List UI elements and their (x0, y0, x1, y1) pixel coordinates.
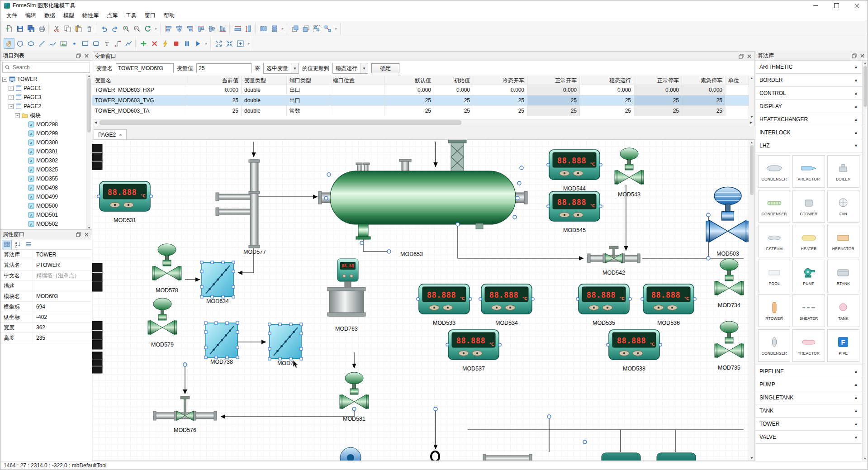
align-top-button[interactable] (195, 23, 206, 34)
table-row-TOWER_MOD603_TVG[interactable]: TOWER_MOD603_TVG25double出口25252525252525… (92, 95, 754, 106)
align-right-button[interactable] (185, 23, 195, 34)
tree-expander[interactable]: − (9, 104, 14, 109)
list-view-button[interactable] (24, 240, 33, 249)
scroll-left-icon[interactable]: ◀ (92, 119, 99, 126)
float-panel-icon[interactable] (738, 53, 744, 59)
lib-item-TREACTOR[interactable]: TREACTOR (792, 329, 825, 362)
lib-item-POOL[interactable]: POOL (758, 260, 790, 292)
save-button[interactable] (14, 23, 25, 34)
selection-handle[interactable] (387, 250, 391, 253)
float-panel-icon[interactable] (75, 232, 81, 238)
display-MOD538[interactable]: 88.888 ℃ (607, 330, 662, 360)
lib-section-DISPLAY[interactable]: DISPLAY▲ (755, 100, 862, 113)
bring-front-button[interactable] (289, 23, 300, 34)
tree-item-PAGE3[interactable]: +PAGE3 (0, 93, 92, 102)
lib-section-TANK[interactable]: TANK▲ (755, 404, 862, 418)
property-row-算法库[interactable]: 算法库TOWER (0, 250, 92, 260)
lib-item-PUMP[interactable]: PUMP (792, 260, 825, 292)
maximize-button[interactable] (826, 0, 847, 10)
tree-expander[interactable]: + (9, 95, 14, 100)
close-panel-icon[interactable] (746, 53, 752, 59)
display-MOD537[interactable]: 88.888 ℃ (446, 330, 501, 360)
property-row-描述[interactable]: 描述 (0, 281, 92, 291)
scroll-down-icon[interactable]: ▼ (863, 457, 867, 460)
align-bottom-button[interactable] (217, 23, 228, 34)
align-left-button[interactable] (163, 23, 174, 34)
alphabetical-view-button[interactable]: AZ (13, 240, 23, 249)
same-width-button[interactable] (232, 23, 243, 34)
column-header-紧急停车[interactable]: 紧急停车 (682, 76, 726, 85)
close-panel-icon[interactable] (83, 52, 90, 59)
tree-expander[interactable]: − (2, 77, 7, 82)
zoom-extent-button[interactable] (131, 23, 142, 34)
library-vscrollbar[interactable]: ▲▼ (862, 61, 868, 461)
selection-handle[interactable] (547, 415, 551, 418)
display-MOD536[interactable]: 88.888 ℃ (641, 284, 696, 314)
scroll-up-icon[interactable]: ▲ (863, 62, 867, 65)
partial-tank[interactable] (657, 453, 696, 461)
column-header-当前值[interactable]: 当前值 (187, 76, 242, 85)
column-header-端口位置[interactable]: 端口位置 (330, 76, 384, 85)
property-row-纵坐标[interactable]: 纵坐标-402 (0, 312, 92, 323)
tree-item-MOD355[interactable]: AMOD355 (0, 174, 92, 183)
overflow-button[interactable]: » (203, 38, 209, 49)
menu-item-4[interactable]: 物性库 (78, 10, 103, 21)
selection-handle[interactable] (434, 407, 437, 411)
overflow-button[interactable]: » (333, 23, 339, 34)
partial-element[interactable] (92, 352, 102, 373)
tree-item-MOD300[interactable]: AMOD300 (0, 138, 92, 147)
float-panel-icon[interactable] (75, 52, 81, 59)
selection-handle[interactable] (352, 407, 356, 411)
lib-item-CONDENSER[interactable]: CONDENSER (758, 190, 790, 223)
scroll-down-icon[interactable]: ▼ (750, 456, 754, 460)
lib-item-FAN[interactable]: FAN (827, 190, 859, 223)
overflow-button[interactable]: » (246, 38, 251, 49)
tree-item-MOD299[interactable]: AMOD299 (0, 129, 92, 138)
image-button[interactable] (58, 38, 69, 49)
column-header-正常开车[interactable]: 正常开车 (527, 76, 580, 85)
overflow-button[interactable]: » (153, 23, 159, 34)
property-row-横坐标[interactable]: 横坐标694 (0, 302, 92, 312)
scroll-up-icon[interactable]: ▲ (750, 141, 754, 144)
menu-item-5[interactable]: 点库 (103, 10, 122, 21)
circle-button[interactable] (14, 38, 25, 49)
zoom-window-button[interactable] (120, 23, 131, 34)
lib-section-HEATEXCHANGER[interactable]: HEATEXCHANGER▲ (755, 113, 862, 126)
close-panel-icon[interactable] (83, 232, 90, 238)
property-row-高度[interactable]: 高度235 (0, 333, 92, 343)
column-header-默认值[interactable]: 默认值 (384, 76, 434, 85)
menu-item-7[interactable]: 窗口 (141, 10, 160, 21)
selection-handle[interactable] (583, 440, 587, 444)
new-file-button[interactable] (4, 23, 14, 34)
undo-button[interactable] (99, 23, 109, 34)
stop-button[interactable] (171, 38, 181, 49)
lib-item-GSTEAM[interactable]: GSTEAM (758, 225, 790, 257)
text-button[interactable]: T (101, 38, 112, 49)
flowsheet-canvas[interactable]: MOD577 MOD542 MOD576 MOD634 MOD738 MOD7 … (92, 140, 751, 461)
run-button[interactable] (192, 38, 203, 49)
lib-item-TANK[interactable]: TANK (827, 294, 859, 327)
minimize-button[interactable] (805, 0, 826, 10)
tab-close-icon[interactable]: × (119, 132, 122, 138)
lib-section-LHZ[interactable]: LHZ▼ (755, 139, 862, 152)
lib-item-AREACTOR[interactable]: AREACTOR (792, 155, 825, 188)
menu-item-1[interactable]: 编辑 (21, 10, 40, 21)
scroll-down-icon[interactable]: ▼ (88, 226, 91, 229)
tree-item-MOD502[interactable]: AMOD502 (0, 219, 92, 228)
print-button[interactable] (36, 23, 47, 34)
display-MOD545[interactable]: 88.888 ℃ (547, 191, 602, 221)
column-header-初始值[interactable]: 初始值 (434, 76, 473, 85)
lib-item-RTOWER[interactable]: RTOWER (758, 294, 790, 327)
paste-button[interactable] (73, 23, 84, 34)
selection-handle[interactable] (360, 241, 364, 245)
menu-item-6[interactable]: 工具 (122, 10, 141, 21)
connector-button[interactable] (112, 38, 123, 49)
redo-button[interactable] (109, 23, 120, 34)
display-MOD533[interactable]: 88.888 ℃ (417, 284, 472, 314)
menu-item-2[interactable]: 数据 (40, 10, 59, 21)
scroll-down-icon[interactable]: ▼ (750, 115, 754, 119)
delete-button[interactable] (84, 23, 95, 34)
menu-item-0[interactable]: 文件 (2, 10, 21, 21)
vscroll-thumb[interactable] (750, 145, 754, 195)
send-back-button[interactable] (300, 23, 311, 34)
